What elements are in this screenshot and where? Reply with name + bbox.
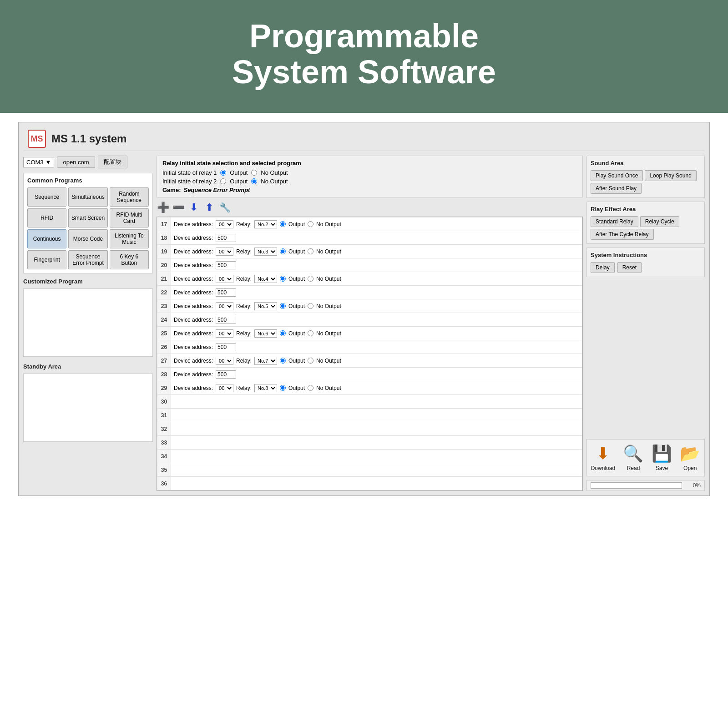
- relay2-row: Initial state of relay 2 Output No Outpu…: [162, 178, 577, 185]
- sound-area-title: Sound Area: [591, 160, 701, 167]
- program-btn-morse-code[interactable]: Morse Code: [68, 229, 107, 248]
- nooutput-radio-27[interactable]: [308, 358, 313, 364]
- addr-input-26[interactable]: [216, 343, 236, 351]
- top-controls: COM3 ▼ open com 配置块: [23, 156, 153, 168]
- customized-program-section: Customized Program: [23, 278, 153, 359]
- relay1-output-radio[interactable]: [220, 170, 226, 176]
- relay-select-17[interactable]: No.2: [254, 220, 277, 228]
- program-btn-random-sequence[interactable]: Random Sequence: [110, 187, 149, 207]
- relay-select-23[interactable]: No.5: [254, 302, 277, 310]
- play-sound-once-button[interactable]: Play Sound Once: [591, 170, 643, 181]
- loop-play-sound-button[interactable]: Loop Play Sound: [645, 170, 696, 181]
- program-btn-rfid[interactable]: RFID: [27, 208, 66, 228]
- system-instructions-section: System Instructions Delay Reset: [586, 248, 705, 277]
- addr-input-20[interactable]: [216, 261, 236, 269]
- spacer: [586, 281, 705, 435]
- program-btn-fingerprint[interactable]: Fingerprint: [27, 250, 66, 269]
- addr-select-23[interactable]: 00: [216, 302, 233, 310]
- open-com-button[interactable]: open com: [57, 157, 95, 168]
- program-btn-rfid-multi-card[interactable]: RFID Multi Card: [110, 208, 149, 228]
- app-title: MS 1.1 system: [51, 132, 126, 145]
- program-btn-listening-to-music[interactable]: Listening To Music: [110, 229, 149, 248]
- after-sound-play-button[interactable]: After Sound Play: [591, 183, 642, 194]
- header-title: ProgrammableSystem Software: [9, 18, 719, 90]
- table-row: 31: [157, 409, 582, 422]
- row-content-18: Device address:: [174, 234, 579, 242]
- addr-input-24[interactable]: [216, 316, 236, 324]
- standby-area-textarea[interactable]: [23, 374, 153, 442]
- relay1-nooutput-label: No Output: [261, 169, 288, 176]
- relay-cycle-button[interactable]: Relay Cycle: [640, 216, 679, 227]
- nooutput-radio-19[interactable]: [308, 248, 313, 254]
- nooutput-radio-25[interactable]: [308, 330, 313, 336]
- com-port-select[interactable]: COM3 ▼: [23, 157, 54, 167]
- table-row: 35: [157, 463, 582, 477]
- relay-select-29[interactable]: No.8: [254, 384, 277, 392]
- customized-program-textarea[interactable]: [23, 288, 153, 357]
- relay2-nooutput-radio[interactable]: [251, 178, 257, 184]
- data-table-container[interactable]: 17 Device address: 00 Relay: No.2 Output: [157, 217, 583, 491]
- relay-effect-buttons: Standard Relay Relay Cycle After The Cyc…: [591, 216, 701, 240]
- nooutput-radio-23[interactable]: [308, 303, 313, 309]
- delay-button[interactable]: Delay: [591, 262, 615, 273]
- addr-input-18[interactable]: [216, 234, 236, 242]
- download-action-button[interactable]: ⬇ Download: [591, 444, 615, 471]
- config-button[interactable]: 配置块: [98, 156, 127, 168]
- output-radio-25[interactable]: [280, 330, 286, 336]
- relay-select-21[interactable]: No.4: [254, 275, 277, 283]
- output-radio-19[interactable]: [280, 248, 286, 254]
- table-row: 27 Device address: 00 Relay: No.7 Output: [157, 354, 582, 368]
- read-action-button[interactable]: 🔍 Read: [623, 444, 643, 471]
- open-action-button[interactable]: 📂 Open: [680, 444, 700, 471]
- add-button[interactable]: ➕: [157, 201, 169, 214]
- relay-initial-title: Relay initial state selection and select…: [162, 160, 577, 167]
- standard-relay-button[interactable]: Standard Relay: [591, 216, 638, 227]
- nooutput-radio-17[interactable]: [308, 221, 313, 227]
- nooutput-radio-29[interactable]: [308, 385, 313, 391]
- after-cycle-relay-button[interactable]: After The Cycle Relay: [591, 229, 654, 240]
- output-radio-21[interactable]: [280, 276, 286, 282]
- output-radio-17[interactable]: [280, 221, 286, 227]
- move-up-button[interactable]: ⬆: [203, 201, 216, 214]
- program-btn-simultaneous[interactable]: Simultaneous: [68, 187, 107, 207]
- nooutput-radio-21[interactable]: [308, 276, 313, 282]
- addr-select-21[interactable]: 00: [216, 275, 233, 283]
- remove-button[interactable]: ➖: [172, 201, 185, 214]
- program-btn-sequence-error-prompt[interactable]: Sequence Error Prompt: [68, 250, 107, 269]
- addr-select-17[interactable]: 00: [216, 220, 233, 228]
- relay-select-27[interactable]: No.7: [254, 357, 277, 365]
- game-row: Game: Sequence Error Prompt: [162, 187, 577, 193]
- relay-select-25[interactable]: No.6: [254, 329, 277, 338]
- program-btn-continuous[interactable]: Continuous: [27, 229, 66, 248]
- row-content-26: Device address:: [174, 343, 579, 351]
- addr-select-29[interactable]: 00: [216, 384, 233, 392]
- program-btn-6-key-6-button[interactable]: 6 Key 6 Button: [110, 250, 149, 269]
- table-row: 24 Device address:: [157, 313, 582, 327]
- table-row: 33: [157, 436, 582, 450]
- table-row: 18 Device address:: [157, 231, 582, 245]
- relay2-output-radio[interactable]: [220, 178, 226, 184]
- relay2-label: Initial state of relay 2: [162, 178, 217, 185]
- table-row: 26 Device address:: [157, 340, 582, 354]
- addr-select-19[interactable]: 00: [216, 248, 233, 256]
- row-content-29: Device address: 00 Relay: No.8 Output No…: [174, 384, 579, 392]
- save-action-button[interactable]: 💾 Save: [652, 444, 672, 471]
- relay-select-19[interactable]: No.3: [254, 248, 277, 256]
- row-content-24: Device address:: [174, 316, 579, 324]
- addr-input-28[interactable]: [216, 370, 236, 379]
- addr-input-22[interactable]: [216, 288, 236, 297]
- row-content-21: Device address: 00 Relay: No.4 Output No…: [174, 275, 579, 283]
- edit-button[interactable]: 🔧: [218, 201, 231, 214]
- relay1-row: Initial state of relay 1 Output No Outpu…: [162, 169, 577, 176]
- relay1-nooutput-radio[interactable]: [251, 170, 257, 176]
- row-content-25: Device address: 00 Relay: No.6 Output No…: [174, 329, 579, 338]
- move-down-button[interactable]: ⬇: [187, 201, 200, 214]
- output-radio-29[interactable]: [280, 385, 286, 391]
- addr-select-27[interactable]: 00: [216, 357, 233, 365]
- program-btn-sequence[interactable]: Sequence: [27, 187, 66, 207]
- reset-button[interactable]: Reset: [617, 262, 642, 273]
- program-btn-smart-screen[interactable]: Smart Screen: [68, 208, 107, 228]
- output-radio-27[interactable]: [280, 358, 286, 364]
- output-radio-23[interactable]: [280, 303, 286, 309]
- addr-select-25[interactable]: 00: [216, 329, 233, 338]
